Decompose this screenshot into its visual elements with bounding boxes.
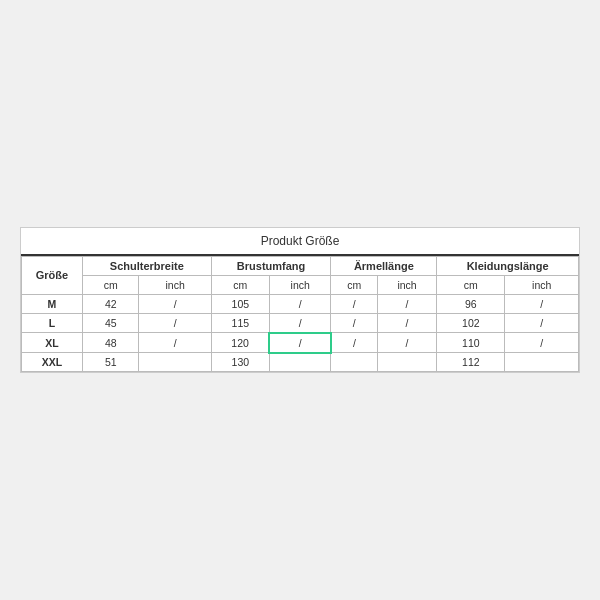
header-kleidungslange: Kleidungslänge xyxy=(437,256,579,275)
sub-armellange-inch: inch xyxy=(377,275,436,294)
table-cell xyxy=(331,353,377,372)
header-grosse: Größe xyxy=(22,256,83,294)
table-cell: / xyxy=(269,313,330,333)
table-cell: 42 xyxy=(82,294,139,313)
table-cell: / xyxy=(139,333,211,353)
table-cell: 105 xyxy=(211,294,269,313)
table-title: Produkt Größe xyxy=(21,228,579,256)
table-cell: / xyxy=(331,313,377,333)
table-cell xyxy=(505,353,579,372)
table-row: XXL51130112 xyxy=(22,353,579,372)
table-cell: / xyxy=(377,294,436,313)
size-chart-container: Produkt Größe Größe Schulterbreite Brust… xyxy=(20,227,580,374)
table-row: M42/105///96/ xyxy=(22,294,579,313)
table-cell: 48 xyxy=(82,333,139,353)
table-cell: / xyxy=(505,313,579,333)
table-cell: / xyxy=(505,294,579,313)
table-cell xyxy=(139,353,211,372)
header-schulterbreite: Schulterbreite xyxy=(82,256,211,275)
sub-kleidungslange-cm: cm xyxy=(437,275,505,294)
table-cell: 110 xyxy=(437,333,505,353)
table-cell xyxy=(269,353,330,372)
table-cell: 120 xyxy=(211,333,269,353)
table-cell: XXL xyxy=(22,353,83,372)
table-cell: / xyxy=(139,313,211,333)
sub-schulterbreite-inch: inch xyxy=(139,275,211,294)
table-cell: 112 xyxy=(437,353,505,372)
table-cell: XL xyxy=(22,333,83,353)
table-cell: / xyxy=(331,294,377,313)
table-cell xyxy=(377,353,436,372)
table-cell: / xyxy=(505,333,579,353)
size-table: Größe Schulterbreite Brustumfang Ärmellä… xyxy=(21,256,579,373)
table-cell: 130 xyxy=(211,353,269,372)
sub-brustumfang-inch: inch xyxy=(269,275,330,294)
table-row: L45/115///102/ xyxy=(22,313,579,333)
table-cell: / xyxy=(377,313,436,333)
table-cell: / xyxy=(331,333,377,353)
table-cell: 115 xyxy=(211,313,269,333)
table-cell: L xyxy=(22,313,83,333)
table-cell: / xyxy=(139,294,211,313)
table-cell: 96 xyxy=(437,294,505,313)
table-cell: M xyxy=(22,294,83,313)
sub-kleidungslange-inch: inch xyxy=(505,275,579,294)
sub-brustumfang-cm: cm xyxy=(211,275,269,294)
sub-armellange-cm: cm xyxy=(331,275,377,294)
table-row: XL48/120///110/ xyxy=(22,333,579,353)
header-brustumfang: Brustumfang xyxy=(211,256,331,275)
table-cell: 102 xyxy=(437,313,505,333)
table-cell: 51 xyxy=(82,353,139,372)
table-cell: / xyxy=(269,333,330,353)
table-cell: / xyxy=(377,333,436,353)
header-armellange: Ärmellänge xyxy=(331,256,437,275)
sub-schulterbreite-cm: cm xyxy=(82,275,139,294)
table-cell: 45 xyxy=(82,313,139,333)
table-cell: / xyxy=(269,294,330,313)
